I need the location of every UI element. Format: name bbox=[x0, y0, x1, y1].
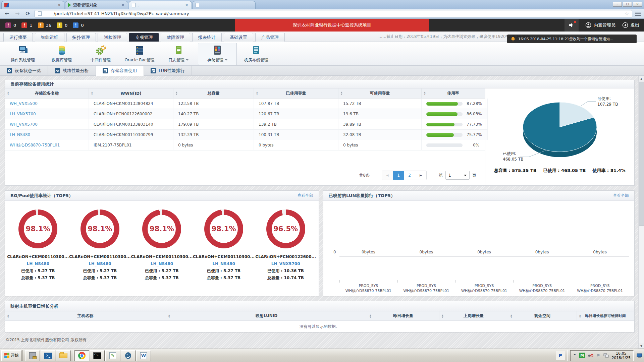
sort-icon[interactable]: ▲▼ bbox=[370, 314, 371, 318]
taskbar-chrome-button-active[interactable] bbox=[74, 350, 89, 361]
scroll-up-arrow[interactable]: ▲ bbox=[639, 76, 644, 81]
nav-tab-report[interactable]: 报表统计 bbox=[192, 33, 222, 42]
toolbar-item-cabling-mgmt[interactable]: 机房布线管理 bbox=[237, 43, 276, 65]
bookmark-star-icon[interactable]: ☆ bbox=[625, 11, 629, 16]
taskbar-postgresql-button[interactable] bbox=[121, 350, 136, 361]
nav-tab-inspection[interactable]: 巡检管理 bbox=[98, 33, 127, 42]
subtab-storage-capacity-active[interactable]: 存储容量使用 bbox=[96, 66, 144, 76]
sort-icon[interactable]: ▲▼ bbox=[424, 91, 426, 95]
window-close-button[interactable]: × bbox=[633, 2, 642, 7]
column-header-yesterday-growth[interactable]: ▲▼昨日增长量 bbox=[367, 311, 439, 321]
tray-clock[interactable]: 16:05 2018/4/25 bbox=[612, 351, 631, 360]
tab-close-icon[interactable]: × bbox=[57, 3, 61, 7]
sort-icon[interactable]: ▲▼ bbox=[341, 91, 342, 95]
muted-speaker-icon[interactable] bbox=[588, 353, 593, 358]
scrollbar-thumb[interactable] bbox=[639, 82, 644, 226]
storage-name-link[interactable]: LH_NS480 bbox=[193, 260, 255, 267]
toolbar-item-database-mgmt[interactable]: 数据库管理 bbox=[42, 43, 81, 65]
toolbar-item-oracle-rac-mgmt[interactable]: Oracle Rac管理 bbox=[120, 43, 159, 65]
sort-icon[interactable]: ▲▼ bbox=[168, 314, 170, 318]
show-desktop-button[interactable] bbox=[635, 350, 643, 361]
toolbar-item-middleware-mgmt[interactable]: 中间件管理 bbox=[81, 43, 120, 65]
column-header-lastweek-growth[interactable]: ▲▼上周增长量 bbox=[439, 311, 508, 321]
device-name-link[interactable]: WH核心DS8870-75BPL01 bbox=[10, 142, 60, 148]
view-all-link[interactable]: 查看全部 bbox=[297, 193, 313, 198]
taskbar-server-manager-button[interactable] bbox=[25, 350, 40, 361]
alert-badge-major[interactable]: ! 1 bbox=[21, 22, 32, 28]
nav-tab-fault[interactable]: 故障管理 bbox=[161, 33, 190, 42]
page-scrollbar[interactable]: ▲ ▼ bbox=[638, 76, 644, 349]
toolbar-item-log-mgmt[interactable]: 日志管理 bbox=[159, 43, 198, 65]
browser-tab-4[interactable] bbox=[193, 1, 256, 9]
storage-name-link[interactable]: LH_NS480 bbox=[69, 260, 131, 267]
reload-button[interactable]: ⟳ bbox=[24, 10, 32, 17]
nav-tab-smart-ops[interactable]: 智能运维 bbox=[35, 33, 64, 42]
nav-tab-topology[interactable]: 拓扑管理 bbox=[66, 33, 96, 42]
page-1-button[interactable]: 1 bbox=[393, 171, 404, 180]
address-bar[interactable]: /portal/?ticket=ST-41-HNZkTtgXke5ligDwp2… bbox=[35, 10, 632, 17]
browser-tab-3-active[interactable]: . × bbox=[129, 1, 192, 9]
taskbar-editor-button[interactable]: ✎ bbox=[105, 350, 120, 361]
tab-close-icon[interactable]: × bbox=[184, 3, 189, 7]
storage-name-link[interactable]: LH_NS480 bbox=[7, 260, 69, 267]
tab-close-icon[interactable]: × bbox=[121, 3, 125, 7]
sort-icon[interactable]: ▲▼ bbox=[176, 91, 177, 95]
column-header-wwn[interactable]: ▲▼WWN(ID) bbox=[89, 88, 173, 99]
window-minimize-button[interactable]: – bbox=[613, 2, 622, 7]
browser-tab-1[interactable]: × bbox=[1, 1, 64, 9]
subtab-line-performance[interactable]: 线路性能分析 bbox=[48, 66, 96, 76]
taskbar-explorer-button[interactable] bbox=[56, 350, 71, 361]
tray-m-app-icon[interactable]: M bbox=[579, 353, 585, 358]
sort-icon[interactable]: ▲▼ bbox=[256, 91, 258, 95]
device-name-link[interactable]: LH_NS480 bbox=[10, 132, 30, 137]
window-maximize-button[interactable]: □ bbox=[623, 2, 632, 7]
nav-tab-special-mgmt-active[interactable]: 专项管理 bbox=[129, 33, 159, 42]
page-2-button[interactable]: 2 bbox=[404, 171, 415, 180]
tray-expand-chevron[interactable]: ^ bbox=[573, 353, 576, 358]
browser-tab-2[interactable]: 查看管理对象 × bbox=[65, 1, 128, 9]
back-button[interactable]: ← bbox=[3, 10, 11, 17]
column-header-sustain-time[interactable]: ▲▼昨日增长规律可维持时间 bbox=[577, 311, 634, 321]
network-icon[interactable] bbox=[603, 353, 609, 358]
column-header-remaining-space[interactable]: ▲▼剩余空间 bbox=[508, 311, 577, 321]
scroll-down-arrow[interactable]: ▼ bbox=[639, 343, 644, 349]
toolbar-item-os-mgmt[interactable]: 操作系统管理 bbox=[3, 43, 42, 65]
sort-icon[interactable]: ▲▼ bbox=[7, 314, 9, 318]
view-all-link[interactable]: 查看全部 bbox=[613, 193, 629, 198]
column-header-used[interactable]: ▲▼已使用容量 bbox=[254, 88, 338, 99]
alarm-toast[interactable]: 16:05 2018-04-25 11:18:21您收到一个撤销告警通知... bbox=[507, 35, 637, 43]
column-header-total[interactable]: ▲▼总容量 bbox=[173, 88, 254, 99]
column-header-hostname[interactable]: ▲▼主机名称 bbox=[5, 311, 166, 321]
current-user-button[interactable]: 内置管理员 bbox=[585, 22, 615, 28]
page-select-dropdown[interactable]: 1 bbox=[445, 171, 470, 180]
column-header-lunid[interactable]: ▲▼映射LUNID bbox=[166, 311, 367, 321]
alert-badge-warning[interactable]: ! 0 bbox=[57, 22, 67, 28]
prev-page-button[interactable]: ◀ bbox=[382, 171, 393, 180]
nav-tab-operation-summary[interactable]: 运行摘要 bbox=[3, 33, 33, 42]
toolbar-item-storage-mgmt-active[interactable]: 存储管理 bbox=[198, 43, 237, 65]
sort-icon[interactable]: ▲▼ bbox=[442, 314, 443, 318]
alert-badge-info[interactable]: ! 0 bbox=[73, 22, 84, 28]
sort-icon[interactable]: ▲▼ bbox=[579, 314, 581, 318]
device-name-link[interactable]: WH_VNX5700 bbox=[10, 122, 38, 127]
start-button[interactable]: 开始 bbox=[1, 350, 21, 361]
storage-name-link[interactable]: LH_NS480 bbox=[131, 260, 193, 267]
column-header-free[interactable]: ▲▼可使用容量 bbox=[338, 88, 422, 99]
taskbar-cmd-button[interactable]: C:\_ bbox=[90, 350, 105, 361]
column-header-rate[interactable]: ▲▼使用率 bbox=[422, 88, 485, 99]
device-name-link[interactable]: WH_VNX5500 bbox=[10, 101, 38, 106]
sort-icon[interactable]: ▲▼ bbox=[511, 314, 512, 318]
subtab-lun-ranking[interactable]: LUN性能排行 bbox=[144, 66, 192, 76]
taskbar-p-tool-button[interactable]: P bbox=[556, 351, 565, 360]
taskbar-powershell-button[interactable]: >_ bbox=[41, 350, 55, 361]
subtab-device-status[interactable]: 设备状态一览 bbox=[0, 66, 48, 76]
forward-button[interactable]: → bbox=[14, 10, 21, 17]
sort-icon[interactable]: ▲▼ bbox=[91, 91, 93, 95]
tray-flag-icon[interactable]: ⚑ bbox=[596, 353, 600, 358]
alert-badge-minor[interactable]: ! 36 bbox=[38, 22, 52, 28]
storage-name-link[interactable]: LH_VNX5700 bbox=[255, 260, 316, 267]
sound-notification-button[interactable] bbox=[565, 19, 579, 32]
alert-badge-critical[interactable]: ! 0 bbox=[5, 22, 16, 28]
sort-icon[interactable]: ▲▼ bbox=[7, 91, 9, 95]
nav-tab-basic-settings[interactable]: 基础设置 bbox=[224, 33, 253, 42]
